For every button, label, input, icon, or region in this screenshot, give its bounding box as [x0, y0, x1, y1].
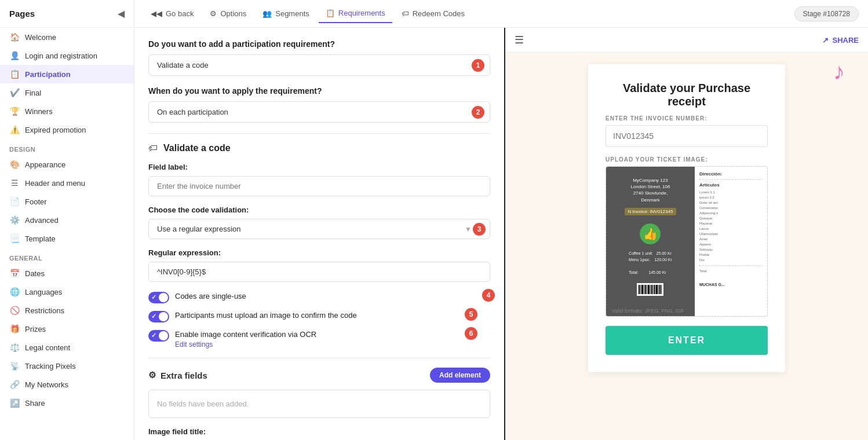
- q1-select[interactable]: Validate a code: [148, 54, 490, 76]
- sidebar-item-prizes[interactable]: 🎁Prizes: [0, 320, 134, 338]
- preview-card: Validate your Purchase receipt ENTER THE…: [588, 64, 785, 372]
- enter-button[interactable]: ENTER: [606, 326, 768, 355]
- toggle3[interactable]: ✓: [148, 330, 169, 342]
- sidebar-item-welcome[interactable]: 🏠Welcome: [0, 28, 134, 46]
- dates-icon: 📅: [9, 269, 20, 278]
- sidebar-item-restrictions[interactable]: 🚫Restrictions: [0, 301, 134, 320]
- sidebar-item-legal[interactable]: ⚖️Legal content: [0, 338, 134, 357]
- sidebar-label-networks: My Networks: [25, 380, 68, 389]
- toggle3-content: Enable image content verification via OC…: [175, 329, 316, 349]
- toggle1-row: ✓ Codes are single-use 4: [148, 291, 490, 303]
- go-back-label: Go back: [166, 9, 194, 18]
- segments-label: Segments: [275, 9, 309, 18]
- sidebar-item-tracking[interactable]: 📡Tracking Pixels: [0, 357, 134, 375]
- q2-label: When do you want to apply the requiremen…: [148, 86, 490, 96]
- sidebar-label-login: Login and registration: [25, 52, 97, 60]
- sidebar-item-final[interactable]: ✔️Final: [0, 83, 134, 102]
- stage-badge: Stage #108728: [794, 6, 859, 21]
- sidebar-collapse-button[interactable]: ◀: [118, 8, 125, 19]
- receipt-side-text: Lorem 1.1ipsum 2.2Dolor sit amConsectetu…: [699, 190, 763, 263]
- toggle3-badge: 6: [465, 327, 477, 340]
- go-back-button[interactable]: ◀◀ Go back: [144, 5, 200, 23]
- toggle3-knob: [159, 331, 168, 340]
- preview-upload-area: MyCompany 123London Street, 1062740 Skov…: [606, 166, 768, 317]
- preview-card-title: Validate your Purchase receipt: [606, 82, 768, 108]
- toggle3-edit-link[interactable]: Edit settings: [175, 340, 213, 349]
- code-validation-badge: 3: [473, 223, 486, 236]
- segments-icon: 👥: [262, 9, 272, 18]
- extra-fields-header: ⚙ Extra fields Add element: [148, 368, 490, 383]
- design-section-label: Design: [0, 139, 134, 155]
- toggle1-check-icon: ✓: [151, 294, 156, 301]
- sidebar-item-participation[interactable]: 📋Participation: [0, 65, 134, 83]
- sidebar-label-prizes: Prizes: [25, 325, 46, 333]
- winners-icon: 🏆: [9, 107, 20, 116]
- segments-button[interactable]: 👥 Segments: [256, 5, 316, 23]
- requirements-button[interactable]: 📋 Requirements: [319, 4, 392, 23]
- sidebar-label-expired: Expired promotion: [25, 126, 86, 134]
- sidebar-item-expired[interactable]: ⚠️Expired promotion: [0, 120, 134, 139]
- sidebar-item-share[interactable]: ↗️Share: [0, 394, 134, 412]
- toggle1[interactable]: ✓: [148, 292, 169, 303]
- q2-select-wrapper: On each participation 2: [148, 101, 490, 123]
- sidebar-title: Pages: [9, 9, 35, 19]
- sidebar-label-header: Header and menu: [25, 179, 85, 188]
- sidebar-label-tracking: Tracking Pixels: [25, 362, 76, 371]
- q1-group: Do you want to add a participation requi…: [148, 39, 490, 76]
- preview-topbar: ☰ ↗ SHARE: [505, 28, 868, 53]
- empty-fields-msg: No fields have been added.: [157, 399, 249, 408]
- receipt-side-title: Dirección:: [699, 171, 763, 177]
- sidebar-label-final: Final: [25, 89, 41, 97]
- share-label: SHARE: [832, 36, 859, 45]
- receipt-muchas: MUCHAS G...: [699, 283, 763, 287]
- sidebar: Pages ◀ 🏠Welcome👤Login and registration📋…: [0, 0, 134, 440]
- options-button[interactable]: ⚙ Options: [203, 5, 253, 23]
- receipt-articles-title: Artículos: [699, 182, 763, 188]
- sidebar-item-footer[interactable]: 📄Footer: [0, 192, 134, 211]
- regex-group: Regular expression:: [148, 248, 490, 282]
- sidebar-item-languages[interactable]: 🌐Languages: [0, 283, 134, 301]
- sidebar-item-advanced[interactable]: ⚙️Advanced: [0, 211, 134, 229]
- toggle2-knob: [159, 312, 168, 321]
- receipt-totals: Coffee 1 unit: 25.00 Kr Menu 1pax: 120.0…: [629, 250, 672, 276]
- regex-input[interactable]: [148, 262, 490, 282]
- sidebar-label-share: Share: [25, 399, 45, 408]
- sidebar-label-winners: Winners: [25, 107, 53, 116]
- receipt-thumbsup-icon: 👍: [640, 223, 661, 244]
- chevron-down-icon: ▼: [465, 225, 472, 233]
- sidebar-item-template[interactable]: 📃Template: [0, 229, 134, 248]
- receipt-right: Dirección: Artículos Lorem 1.1ipsum 2.2D…: [695, 167, 767, 316]
- share-button[interactable]: ↗ SHARE: [822, 36, 859, 45]
- sidebar-item-winners[interactable]: 🏆Winners: [0, 102, 134, 120]
- toggle2[interactable]: ✓: [148, 311, 169, 322]
- toggle3-label: Enable image content verification via OC…: [175, 329, 316, 340]
- code-validation-wrapper: Use a regular expression ▼ 3: [148, 219, 490, 239]
- sidebar-item-appearance[interactable]: 🎨Appearance: [0, 155, 134, 174]
- toggle1-knob: [159, 293, 168, 302]
- validate-section-header: 🏷 Validate a code: [148, 143, 490, 153]
- redeem-codes-button[interactable]: 🏷 Redeem Codes: [395, 5, 472, 23]
- requirements-label: Requirements: [338, 9, 385, 17]
- add-element-button[interactable]: Add element: [430, 368, 490, 383]
- general-section-label: General: [0, 248, 134, 264]
- expired-icon: ⚠️: [9, 125, 20, 134]
- validate-icon: 🏷: [148, 143, 158, 153]
- field-label-input[interactable]: [148, 176, 490, 196]
- sidebar-item-dates[interactable]: 📅Dates: [0, 264, 134, 283]
- redeem-codes-icon: 🏷: [402, 9, 409, 18]
- sidebar-item-networks[interactable]: 🔗My Networks: [0, 375, 134, 394]
- code-validation-select[interactable]: Use a regular expression: [148, 219, 490, 239]
- toggle3-row: ✓ Enable image content verification via …: [148, 329, 473, 349]
- menu-icon[interactable]: ☰: [515, 34, 524, 46]
- sidebar-item-header[interactable]: ☰Header and menu: [0, 174, 134, 192]
- receipt-barcode: [637, 283, 663, 296]
- q2-select[interactable]: On each participation: [148, 101, 490, 123]
- left-panel: Do you want to add a participation requi…: [134, 28, 505, 440]
- toggle2-label: Participants must upload an image to con…: [175, 310, 357, 321]
- toggle1-label: Codes are single-use: [175, 291, 246, 302]
- appearance-icon: 🎨: [9, 160, 20, 169]
- invoice-preview-input[interactable]: [606, 125, 768, 147]
- sidebar-item-login[interactable]: 👤Login and registration: [0, 46, 134, 65]
- toggle1-badge: 4: [482, 289, 495, 302]
- languages-icon: 🌐: [9, 287, 20, 296]
